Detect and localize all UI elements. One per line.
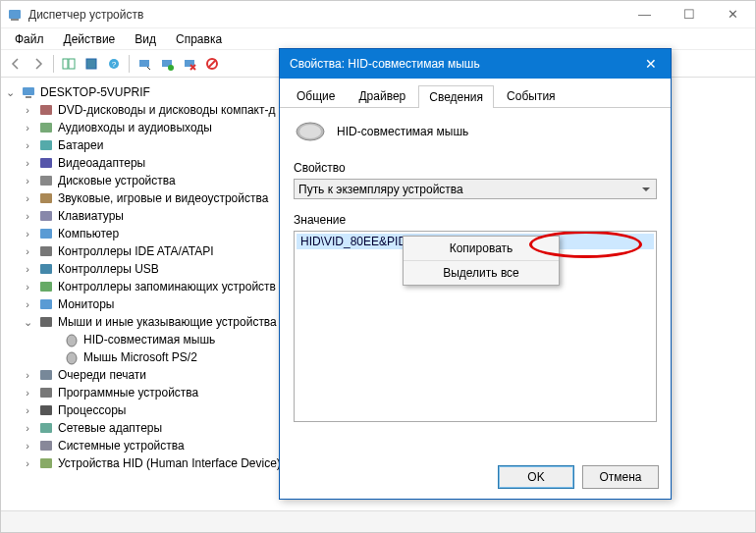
svg-rect-13 — [26, 96, 31, 98]
expand-icon[interactable]: › — [21, 245, 34, 257]
expand-icon[interactable]: ⌄ — [21, 316, 34, 329]
tree-item-label: Программные устройства — [58, 386, 198, 400]
device-category-icon — [38, 102, 54, 118]
expand-icon[interactable]: › — [21, 440, 34, 452]
context-select-all[interactable]: Выделить все — [404, 261, 559, 285]
device-name: HID-совместимая мышь — [337, 125, 468, 138]
ok-button[interactable]: OK — [498, 465, 574, 489]
device-manager-window: Диспетчер устройств — ☐ ✕ Файл Действие … — [0, 0, 756, 533]
expand-icon[interactable]: › — [21, 104, 34, 116]
device-category-icon — [38, 455, 54, 471]
dialog-close-button[interactable]: ✕ — [631, 49, 671, 79]
expand-icon[interactable]: › — [21, 298, 34, 310]
device-category-icon — [38, 261, 54, 277]
device-header: HID-совместимая мышь — [294, 120, 657, 143]
expand-icon[interactable]: › — [21, 122, 34, 133]
toolbar-separator — [53, 55, 54, 73]
tree-item-label: Звуковые, игровые и видеоустройства — [58, 191, 268, 205]
tab-general[interactable]: Общие — [286, 84, 346, 107]
expand-icon[interactable]: › — [21, 157, 34, 169]
property-dropdown[interactable]: Путь к экземпляру устройства — [294, 179, 657, 199]
cancel-button[interactable]: Отмена — [582, 465, 659, 489]
device-category-icon — [38, 438, 54, 453]
expand-icon[interactable]: › — [21, 192, 34, 204]
expand-icon[interactable]: › — [21, 404, 34, 416]
toolbar-separator — [129, 55, 130, 73]
menu-file[interactable]: Файл — [5, 30, 54, 48]
window-controls: — ☐ ✕ — [622, 1, 755, 28]
expand-icon[interactable]: › — [21, 263, 34, 275]
scan-hardware-button[interactable] — [134, 53, 155, 75]
uninstall-button[interactable] — [179, 53, 200, 75]
mouse-device-icon — [64, 349, 80, 365]
device-category-icon — [38, 137, 54, 153]
tab-details[interactable]: Сведения — [418, 85, 494, 108]
svg-rect-31 — [40, 405, 52, 415]
expand-icon[interactable]: › — [21, 139, 34, 151]
root-label: DESKTOP-5VUPRIF — [40, 85, 150, 99]
menu-action[interactable]: Действие — [54, 30, 126, 48]
svg-rect-10 — [185, 60, 194, 67]
tab-events[interactable]: События — [496, 84, 567, 107]
device-category-icon — [38, 120, 54, 135]
svg-rect-12 — [23, 87, 34, 95]
device-category-icon — [38, 243, 54, 259]
menubar: Файл Действие Вид Справка — [1, 28, 755, 50]
device-category-icon — [38, 385, 54, 400]
device-category-icon — [38, 155, 54, 171]
svg-rect-7 — [139, 60, 149, 67]
svg-rect-3 — [69, 59, 75, 69]
svg-rect-16 — [40, 140, 52, 150]
expand-icon[interactable]: › — [21, 175, 34, 187]
tree-item-label: Аудиовходы и аудиовыходы — [58, 121, 212, 134]
tree-item-label: Процессоры — [58, 403, 127, 417]
nav-back-button[interactable] — [5, 53, 27, 75]
svg-rect-19 — [40, 193, 52, 203]
tree-item-label: Мониторы — [58, 297, 114, 311]
window-title: Диспетчер устройств — [28, 8, 622, 22]
disable-button[interactable] — [201, 53, 223, 75]
property-label: Свойство — [294, 161, 657, 175]
menu-view[interactable]: Вид — [125, 30, 166, 48]
titlebar: Диспетчер устройств — ☐ ✕ — [1, 1, 755, 28]
minimize-button[interactable]: — — [622, 1, 667, 28]
svg-rect-33 — [40, 441, 52, 451]
tree-item-label: Контроллеры запоминающих устройств — [58, 280, 276, 293]
value-listbox[interactable]: HID\VID_80EE&PID_0021\6&3E3E507&0&0000 К… — [294, 231, 657, 422]
dialog-titlebar: Свойства: HID-совместимая мышь ✕ — [280, 49, 671, 79]
expand-icon[interactable]: › — [21, 369, 34, 381]
properties-button[interactable] — [81, 53, 102, 75]
help-button[interactable]: ? — [103, 53, 125, 75]
tree-item-label: Видеоадаптеры — [58, 156, 145, 170]
svg-rect-22 — [40, 246, 52, 256]
nav-forward-button[interactable] — [27, 53, 49, 75]
svg-rect-2 — [63, 59, 68, 69]
show-hide-tree-button[interactable] — [58, 53, 80, 75]
properties-dialog: Свойства: HID-совместимая мышь ✕ Общие Д… — [279, 48, 672, 500]
tree-item-label: Контроллеры IDE ATA/ATAPI — [58, 244, 214, 258]
tree-item-label: Устройства HID (Human Interface Device) — [58, 456, 281, 470]
tab-driver[interactable]: Драйвер — [348, 84, 416, 107]
expand-icon[interactable]: › — [21, 387, 34, 399]
tree-item-label: Системные устройства — [58, 439, 185, 453]
svg-rect-14 — [40, 105, 52, 115]
mouse-icon — [294, 120, 327, 143]
svg-rect-1 — [11, 19, 19, 21]
expand-icon[interactable]: › — [21, 422, 34, 434]
expand-icon[interactable]: › — [21, 457, 34, 469]
expand-icon[interactable]: › — [21, 210, 34, 222]
device-category-icon — [38, 279, 54, 294]
close-button[interactable]: ✕ — [711, 1, 755, 28]
device-category-icon — [38, 402, 54, 418]
mouse-device-icon — [64, 332, 80, 347]
context-copy[interactable]: Копировать — [404, 237, 559, 261]
svg-point-28 — [67, 352, 77, 364]
expand-icon[interactable]: › — [21, 228, 34, 240]
svg-rect-17 — [40, 158, 52, 168]
menu-help[interactable]: Справка — [166, 30, 232, 48]
collapse-icon[interactable]: ⌄ — [3, 86, 17, 99]
expand-icon[interactable]: › — [21, 281, 34, 293]
update-driver-button[interactable] — [156, 53, 178, 75]
maximize-button[interactable]: ☐ — [667, 1, 711, 28]
svg-rect-4 — [86, 59, 96, 69]
